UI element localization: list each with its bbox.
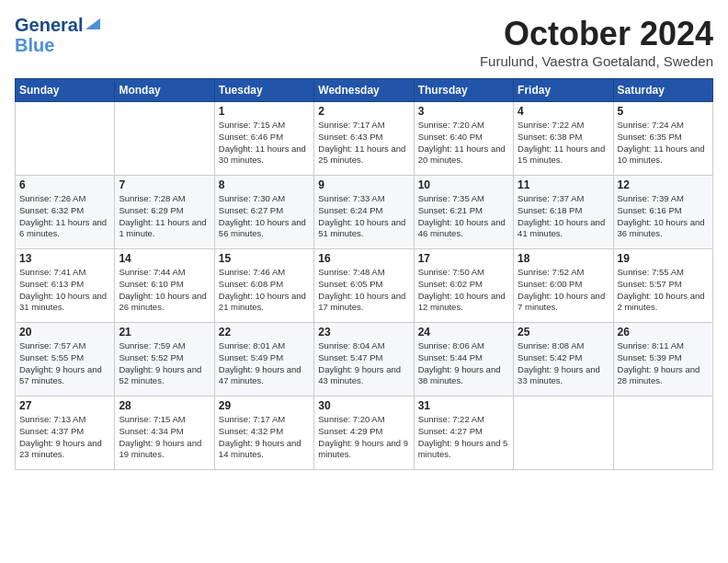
cell-info: Sunrise: 7:17 AM Sunset: 6:43 PM Dayligh… (318, 120, 409, 167)
logo-arrow-icon (85, 13, 100, 33)
page-header: General Blue October 2024 Furulund, Vaes… (15, 15, 713, 69)
day-number: 28 (119, 399, 210, 412)
day-number: 2 (318, 105, 409, 118)
day-number: 31 (418, 399, 509, 412)
calendar-cell: 10Sunrise: 7:35 AM Sunset: 6:21 PM Dayli… (414, 176, 513, 249)
cell-info: Sunrise: 7:13 AM Sunset: 4:37 PM Dayligh… (19, 414, 110, 461)
cell-info: Sunrise: 7:26 AM Sunset: 6:32 PM Dayligh… (19, 193, 110, 240)
calendar-cell: 6Sunrise: 7:26 AM Sunset: 6:32 PM Daylig… (16, 176, 115, 249)
calendar-cell: 15Sunrise: 7:46 AM Sunset: 6:08 PM Dayli… (214, 249, 313, 323)
cell-info: Sunrise: 8:11 AM Sunset: 5:39 PM Dayligh… (618, 340, 709, 387)
cell-info: Sunrise: 8:04 AM Sunset: 5:47 PM Dayligh… (318, 340, 409, 387)
week-row-1: 1Sunrise: 7:15 AM Sunset: 6:46 PM Daylig… (16, 102, 713, 176)
cell-info: Sunrise: 7:57 AM Sunset: 5:55 PM Dayligh… (19, 340, 110, 387)
day-number: 1 (219, 105, 310, 118)
day-number: 15 (219, 252, 310, 265)
cell-info: Sunrise: 7:48 AM Sunset: 6:05 PM Dayligh… (318, 267, 409, 314)
day-number: 12 (618, 178, 709, 191)
cell-info: Sunrise: 7:39 AM Sunset: 6:16 PM Dayligh… (618, 193, 709, 240)
cell-info: Sunrise: 7:20 AM Sunset: 6:40 PM Dayligh… (418, 120, 509, 167)
calendar-cell: 20Sunrise: 7:57 AM Sunset: 5:55 PM Dayli… (16, 323, 115, 396)
calendar-cell: 13Sunrise: 7:41 AM Sunset: 6:13 PM Dayli… (16, 249, 115, 323)
cell-info: Sunrise: 7:24 AM Sunset: 6:35 PM Dayligh… (618, 120, 709, 167)
day-header-friday: Friday (514, 79, 613, 102)
day-number: 23 (318, 326, 409, 339)
logo: General Blue (15, 15, 100, 55)
day-header-saturday: Saturday (613, 79, 712, 102)
calendar-cell: 30Sunrise: 7:20 AM Sunset: 4:29 PM Dayli… (314, 396, 414, 470)
calendar-cell: 24Sunrise: 8:06 AM Sunset: 5:44 PM Dayli… (414, 323, 513, 396)
calendar-cell: 5Sunrise: 7:24 AM Sunset: 6:35 PM Daylig… (613, 102, 712, 176)
day-header-wednesday: Wednesday (314, 79, 414, 102)
day-number: 9 (318, 178, 409, 191)
calendar-cell: 27Sunrise: 7:13 AM Sunset: 4:37 PM Dayli… (16, 396, 115, 470)
calendar-cell (514, 396, 613, 470)
cell-info: Sunrise: 7:33 AM Sunset: 6:24 PM Dayligh… (318, 193, 409, 240)
day-number: 21 (119, 326, 210, 339)
calendar-cell: 22Sunrise: 8:01 AM Sunset: 5:49 PM Dayli… (214, 323, 313, 396)
day-number: 18 (518, 252, 609, 265)
calendar-cell: 31Sunrise: 7:22 AM Sunset: 4:27 PM Dayli… (414, 396, 513, 470)
calendar-cell (115, 102, 214, 176)
cell-info: Sunrise: 7:44 AM Sunset: 6:10 PM Dayligh… (119, 267, 210, 314)
calendar-cell: 11Sunrise: 7:37 AM Sunset: 6:18 PM Dayli… (514, 176, 613, 249)
cell-info: Sunrise: 7:15 AM Sunset: 4:34 PM Dayligh… (119, 414, 210, 461)
day-number: 6 (19, 178, 110, 191)
header-row: SundayMondayTuesdayWednesdayThursdayFrid… (16, 79, 713, 102)
cell-info: Sunrise: 8:08 AM Sunset: 5:42 PM Dayligh… (518, 340, 609, 387)
calendar-cell: 17Sunrise: 7:50 AM Sunset: 6:02 PM Dayli… (414, 249, 513, 323)
calendar-cell: 16Sunrise: 7:48 AM Sunset: 6:05 PM Dayli… (314, 249, 414, 323)
cell-info: Sunrise: 7:22 AM Sunset: 6:38 PM Dayligh… (518, 120, 609, 167)
cell-info: Sunrise: 7:46 AM Sunset: 6:08 PM Dayligh… (219, 267, 310, 314)
calendar-cell (16, 102, 115, 176)
day-number: 27 (19, 399, 110, 412)
day-number: 3 (418, 105, 509, 118)
day-number: 16 (318, 252, 409, 265)
cell-info: Sunrise: 7:15 AM Sunset: 6:46 PM Dayligh… (219, 120, 310, 167)
day-number: 30 (318, 399, 409, 412)
calendar-cell: 9Sunrise: 7:33 AM Sunset: 6:24 PM Daylig… (314, 176, 414, 249)
calendar-cell: 2Sunrise: 7:17 AM Sunset: 6:43 PM Daylig… (314, 102, 414, 176)
calendar-cell (613, 396, 712, 470)
location: Furulund, Vaestra Goetaland, Sweden (480, 53, 713, 69)
day-number: 19 (618, 252, 709, 265)
cell-info: Sunrise: 7:30 AM Sunset: 6:27 PM Dayligh… (219, 193, 310, 240)
cell-info: Sunrise: 8:01 AM Sunset: 5:49 PM Dayligh… (219, 340, 310, 387)
day-number: 26 (618, 326, 709, 339)
calendar-cell: 7Sunrise: 7:28 AM Sunset: 6:29 PM Daylig… (115, 176, 214, 249)
day-number: 14 (119, 252, 210, 265)
day-number: 5 (618, 105, 709, 118)
calendar-cell: 28Sunrise: 7:15 AM Sunset: 4:34 PM Dayli… (115, 396, 214, 470)
calendar-cell: 23Sunrise: 8:04 AM Sunset: 5:47 PM Dayli… (314, 323, 414, 396)
cell-info: Sunrise: 8:06 AM Sunset: 5:44 PM Dayligh… (418, 340, 509, 387)
calendar-cell: 25Sunrise: 8:08 AM Sunset: 5:42 PM Dayli… (514, 323, 613, 396)
day-number: 7 (119, 178, 210, 191)
day-number: 11 (518, 178, 609, 191)
calendar-cell: 19Sunrise: 7:55 AM Sunset: 5:57 PM Dayli… (613, 249, 712, 323)
week-row-3: 13Sunrise: 7:41 AM Sunset: 6:13 PM Dayli… (16, 249, 713, 323)
day-number: 29 (219, 399, 310, 412)
logo-blue: Blue (15, 35, 54, 55)
day-number: 25 (518, 326, 609, 339)
calendar-cell: 18Sunrise: 7:52 AM Sunset: 6:00 PM Dayli… (514, 249, 613, 323)
title-area: October 2024 Furulund, Vaestra Goetaland… (480, 15, 713, 69)
day-number: 13 (19, 252, 110, 265)
cell-info: Sunrise: 7:41 AM Sunset: 6:13 PM Dayligh… (19, 267, 110, 314)
calendar-cell: 26Sunrise: 8:11 AM Sunset: 5:39 PM Dayli… (613, 323, 712, 396)
day-number: 4 (518, 105, 609, 118)
cell-info: Sunrise: 7:35 AM Sunset: 6:21 PM Dayligh… (418, 193, 509, 240)
cell-info: Sunrise: 7:55 AM Sunset: 5:57 PM Dayligh… (618, 267, 709, 314)
cell-info: Sunrise: 7:50 AM Sunset: 6:02 PM Dayligh… (418, 267, 509, 314)
day-header-tuesday: Tuesday (214, 79, 313, 102)
day-number: 24 (418, 326, 509, 339)
week-row-2: 6Sunrise: 7:26 AM Sunset: 6:32 PM Daylig… (16, 176, 713, 249)
calendar-table: SundayMondayTuesdayWednesdayThursdayFrid… (15, 78, 713, 470)
logo-general: General (15, 15, 83, 35)
cell-info: Sunrise: 7:20 AM Sunset: 4:29 PM Dayligh… (318, 414, 409, 461)
cell-info: Sunrise: 7:59 AM Sunset: 5:52 PM Dayligh… (119, 340, 210, 387)
week-row-4: 20Sunrise: 7:57 AM Sunset: 5:55 PM Dayli… (16, 323, 713, 396)
day-header-thursday: Thursday (414, 79, 513, 102)
day-number: 20 (19, 326, 110, 339)
calendar-cell: 3Sunrise: 7:20 AM Sunset: 6:40 PM Daylig… (414, 102, 513, 176)
calendar-cell: 8Sunrise: 7:30 AM Sunset: 6:27 PM Daylig… (214, 176, 313, 249)
